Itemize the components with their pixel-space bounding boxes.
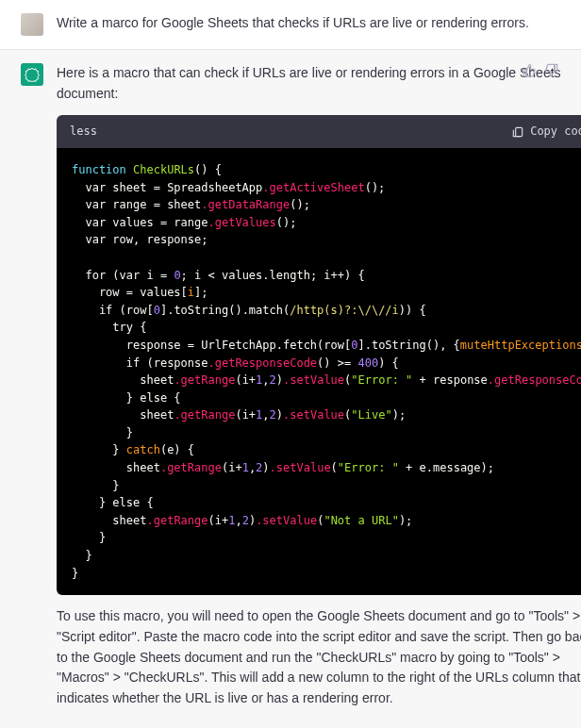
assistant-message: Here is a macro that can check if URLs a… <box>0 50 581 728</box>
svg-rect-0 <box>516 127 523 136</box>
thumbs-up-icon[interactable] <box>523 63 537 77</box>
clipboard-icon <box>511 125 524 139</box>
code-block: less Copy code function CheckURLs() { va… <box>57 115 581 595</box>
thumbs-down-icon[interactable] <box>544 63 558 77</box>
openai-logo-icon <box>25 67 40 82</box>
copy-code-label: Copy code <box>530 123 581 141</box>
user-avatar <box>21 13 43 36</box>
code-toolbar: less Copy code <box>57 115 581 148</box>
user-prompt: Write a marco for Google Sheets that che… <box>57 13 560 34</box>
code-content[interactable]: function CheckURLs() { var sheet = Sprea… <box>57 148 581 595</box>
user-message: Write a marco for Google Sheets that che… <box>0 0 581 50</box>
assistant-outro: To use this macro, you will need to open… <box>57 606 581 708</box>
copy-code-button[interactable]: Copy code <box>511 123 581 141</box>
assistant-avatar <box>21 63 43 86</box>
assistant-intro: Here is a macro that can check if URLs a… <box>57 63 581 104</box>
code-language-label: less <box>70 123 97 141</box>
feedback-buttons <box>523 63 558 77</box>
